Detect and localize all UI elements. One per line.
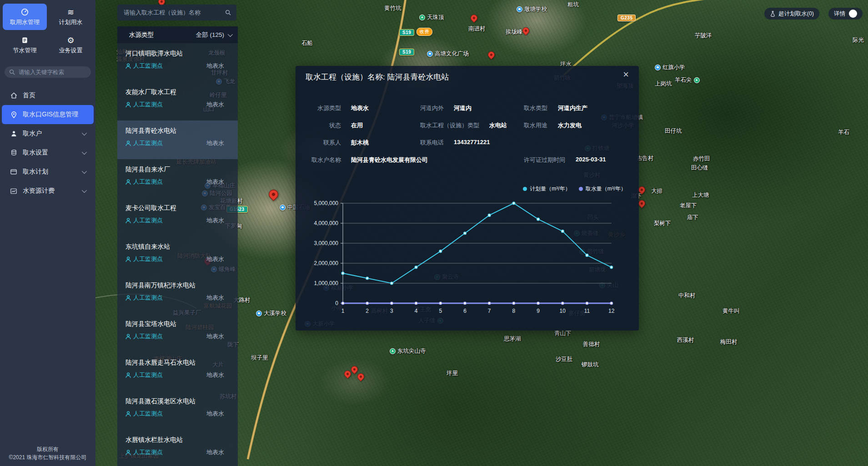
map-place-label: 芋陂洋 [695, 32, 712, 40]
station-list-item[interactable]: 东坑镇自来水站 人工监测点 地表水 [117, 236, 238, 275]
menu-item-water-billing[interactable]: 水资源计费 [2, 181, 94, 200]
legend-item[interactable]: 取水量（m³/年） [579, 185, 626, 193]
copyright: 版权所有 ©2021 珠海市仁智科技有限公司 [0, 445, 95, 461]
person-icon [125, 334, 131, 340]
station-list-item[interactable]: 陆河县宝塔水电站 人工监测点 地表水 [117, 314, 238, 352]
chevron-down-icon [82, 188, 87, 193]
menu-label: 取水口GIS信息管理 [23, 110, 78, 119]
close-icon[interactable]: × [623, 70, 629, 80]
map-place-label: 老屋下 [680, 202, 697, 210]
svg-text:6: 6 [463, 308, 467, 314]
map-pin-icon[interactable] [469, 13, 479, 23]
toggle-knob [849, 10, 857, 18]
station-list-item[interactable]: 友能水厂取水工程 人工监测点 地表水 [117, 82, 238, 120]
map-place-name: 大排 [651, 187, 662, 195]
tile-water-use-management[interactable]: 取用水管理 [3, 4, 47, 30]
map-place-label: 石船 [301, 40, 313, 47]
field-value: 彭木桃 [351, 139, 369, 147]
poi-icon [427, 51, 433, 57]
source-type-filter[interactable]: 全部 (125) [196, 31, 231, 39]
svg-text:3: 3 [390, 308, 393, 314]
map-place-name: 黄牛叫 [722, 307, 740, 315]
menu-item-water-settings[interactable]: 取水设置 [2, 143, 94, 162]
person-icon [125, 295, 131, 301]
info-row: 取水户名称 陆河县青砼水电发展有限公司 许可证过期时间 2025-03-31 [296, 151, 639, 169]
map-pin-icon[interactable] [487, 50, 496, 60]
home-icon [10, 92, 17, 99]
field-value: 2025-03-31 [576, 156, 606, 164]
tile-planned-water[interactable]: ≋ 计划用水 [49, 4, 93, 30]
map-place-name: 羊石 [838, 129, 849, 136]
map-place-label: 南进村 [468, 25, 486, 33]
station-list-item[interactable]: 麦卡公司取水工程 人工监测点 地表水 [117, 198, 238, 236]
tile-water-saving[interactable]: 节水管理 [3, 32, 47, 58]
poi-icon [256, 311, 262, 316]
app-screen: 黄竹坑 天珠顶 墩塘学校 粗坑 [0, 0, 868, 466]
station-list-item[interactable]: 陆河县南万镇杞洋水电站 人工监测点 地表水 [117, 275, 238, 314]
field-label: 河道内外 [420, 104, 444, 112]
sidebar-search-input[interactable] [18, 69, 93, 76]
tile-label: 取用水管理 [10, 18, 40, 26]
road-shield: S19 [399, 29, 414, 36]
svg-text:1,000,000: 1,000,000 [314, 280, 339, 286]
menu-item-gis-management[interactable]: 取水口GIS信息管理 [2, 105, 94, 124]
gauge-icon [21, 8, 29, 17]
station-name: 友能水厂取水工程 [125, 88, 230, 96]
map-place-name: 羊石尖 [675, 76, 692, 84]
map-place-name: 坝子里 [251, 354, 268, 362]
monitor-type: 人工监测点 [125, 216, 163, 225]
field-value: 河道内生产 [558, 104, 587, 112]
station-panel-header: 水源类型 全部 (125) [117, 26, 238, 43]
chart-icon [10, 188, 17, 194]
menu-item-water-users[interactable]: 取水户 [2, 124, 94, 143]
map-pin-icon[interactable] [267, 188, 281, 201]
station-list-item[interactable]: 陆河县激石溪老区水电站 人工监测点 地表水 [117, 391, 238, 430]
search-icon[interactable] [225, 10, 231, 15]
poi-icon [694, 77, 700, 83]
map-place-name: 上大塘 [692, 191, 709, 199]
station-search-input[interactable] [123, 9, 221, 16]
search-icon [9, 69, 15, 75]
field-label: 联系人 [296, 139, 341, 147]
map-place-label: 梅田村 [720, 338, 738, 346]
station-list-item[interactable]: 水唇镇水栏肚水电站 人工监测点 地表水 [117, 430, 238, 466]
map-place-label: 挨垅峰 [506, 28, 523, 36]
monitor-type: 人工监测点 [125, 139, 163, 147]
map-place-name: 西溪村 [677, 336, 694, 344]
station-list-item[interactable]: 陆河县水唇走马石水电站 人工监测点 地表水 [117, 352, 238, 391]
map-pin-icon[interactable] [356, 372, 366, 381]
station-list-item[interactable]: 陆河县青砼水电站 人工监测点 地表水 [117, 120, 238, 159]
menu-item-water-plans[interactable]: 取水计划 [2, 162, 94, 181]
map-place-name: 老屋下 [680, 202, 697, 210]
waves-icon: ≋ [67, 8, 74, 17]
water-source-label: 地表水 [206, 448, 224, 456]
legend-item[interactable]: 计划量（m³/年） [523, 185, 570, 193]
map-place-label: 沙豆肚 [556, 356, 573, 363]
station-list-item[interactable]: 河口镇唱歌潭水电站 人工监测点 地表水 [117, 43, 238, 82]
menu-label: 水资源计费 [23, 187, 55, 195]
map-place-label: 赤竹田 [693, 155, 710, 163]
copyright-line2: ©2021 珠海市仁智科技有限公司 [0, 453, 95, 461]
field-label: 水源类型 [296, 104, 341, 112]
detail-toggle[interactable]: 详情 [828, 8, 863, 20]
sidebar-search [5, 66, 91, 78]
monitor-type: 人工监测点 [125, 255, 163, 263]
modal-title: 取水工程（设施）名称: 陆河县青砼水电站 [306, 72, 449, 82]
filter-label: 水源类型 [129, 31, 154, 39]
map-place-label: 思茅湖 [504, 335, 521, 343]
station-list-item[interactable]: 陆河县自来水厂 人工监测点 地表水 [117, 159, 238, 198]
water-source-label: 地表水 [206, 332, 224, 341]
person-icon [125, 218, 131, 224]
field-value: 河道内 [454, 104, 472, 112]
menu-item-home[interactable]: 首页 [2, 86, 94, 105]
map-place-label: 中和村 [678, 292, 696, 300]
road-shield: S19 [399, 49, 414, 55]
road-shield: G235 [617, 15, 636, 21]
map-place-label: 黄竹坑 [384, 5, 401, 12]
monitor-label: 人工监测点 [133, 178, 163, 186]
monitor-type: 人工监测点 [125, 448, 163, 456]
tile-business-settings[interactable]: ⚙ 业务设置 [49, 32, 93, 58]
over-plan-button[interactable]: 超计划取水(0) [764, 8, 819, 20]
map-place-name: 墩塘学校 [524, 5, 547, 13]
map-place-label: 羊石尖 [675, 76, 700, 84]
